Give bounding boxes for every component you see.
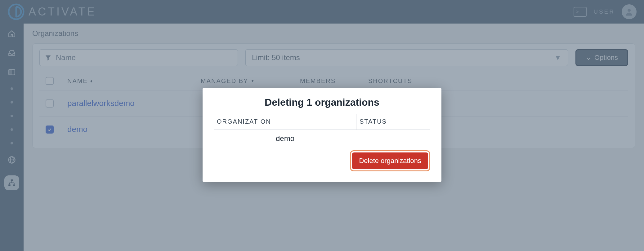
modal-status-cell [356, 130, 430, 147]
modal-title: Deleting 1 organizations [214, 97, 430, 108]
modal-org-cell: demo [214, 130, 356, 147]
delete-button-highlight: Delete organizations [350, 150, 430, 171]
delete-modal: Deleting 1 organizations ORGANIZATION ST… [203, 88, 441, 182]
modal-overlay: Deleting 1 organizations ORGANIZATION ST… [0, 0, 644, 251]
delete-organizations-button[interactable]: Delete organizations [352, 152, 428, 169]
modal-col-org: ORGANIZATION [214, 114, 356, 130]
modal-col-status: STATUS [356, 114, 430, 130]
